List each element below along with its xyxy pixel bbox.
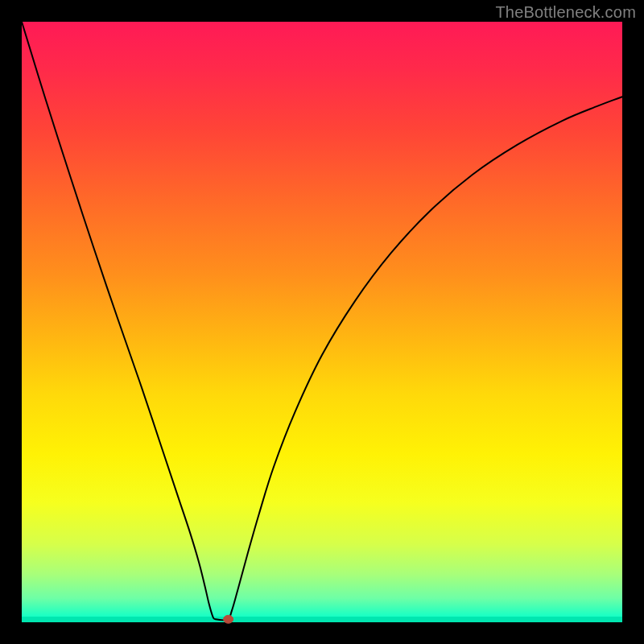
optimum-marker [224, 615, 233, 623]
bottleneck-curve [22, 22, 622, 620]
watermark-text: TheBottleneck.com [495, 3, 636, 22]
chart-frame: TheBottleneck.com [0, 0, 644, 644]
plot-area [22, 22, 622, 622]
curve-svg [22, 22, 622, 622]
